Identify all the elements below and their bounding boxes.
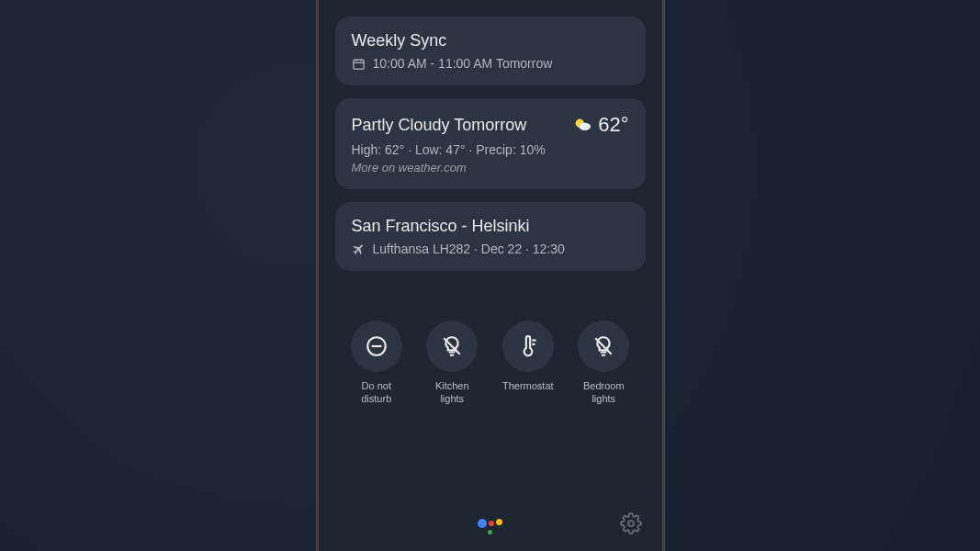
calendar-sub: 10:00 AM - 11:00 AM Tomorrow — [352, 56, 629, 71]
calendar-card[interactable]: Weekly Sync 10:00 AM - 11:00 AM Tomorrow — [335, 17, 646, 85]
google-assistant-icon[interactable] — [478, 519, 503, 534]
flight-sub: Lufthansa LH282 · Dec 22 · 12:30 — [352, 242, 629, 256]
calendar-title: Weekly Sync — [352, 31, 629, 51]
weather-more-link[interactable]: More on weather.com — [352, 161, 629, 174]
weather-header: Partly Cloudy Tomorrow 62° — [352, 113, 629, 137]
weather-card[interactable]: Partly Cloudy Tomorrow 62° High: 62° · L… — [335, 98, 646, 189]
kitchen-lights-control[interactable]: Kitchen lights — [420, 320, 484, 406]
weather-title: Partly Cloudy Tomorrow — [352, 116, 527, 135]
phone-content: Weekly Sync 10:00 AM - 11:00 AM Tomorrow… — [319, 0, 662, 406]
calendar-time: 10:00 AM - 11:00 AM Tomorrow — [373, 56, 553, 71]
dnd-control[interactable]: Do not disturb — [344, 320, 409, 406]
quick-controls-row: Do not disturb Kitchen lights — [335, 320, 646, 406]
lightbulb-off-icon — [591, 334, 615, 358]
dnd-icon — [365, 334, 389, 358]
flight-detail: Lufthansa LH282 · Dec 22 · 12:30 — [373, 242, 565, 256]
weather-temp-group: 62° — [572, 113, 628, 137]
calendar-icon — [352, 57, 366, 71]
weather-temp: 62° — [598, 113, 628, 137]
flight-card[interactable]: San Francisco - Helsinki Lufthansa LH282… — [335, 202, 646, 271]
weather-detail: High: 62° · Low: 47° · Precip: 10% — [352, 142, 629, 157]
bedroom-lights-control[interactable]: Bedroom lights — [571, 320, 636, 406]
thermostat-icon — [516, 334, 540, 358]
svg-point-12 — [628, 521, 634, 526]
flight-title: San Francisco - Helsinki — [352, 217, 629, 236]
thermostat-control[interactable]: Thermostat — [496, 320, 560, 406]
svg-rect-0 — [353, 60, 363, 69]
phone-frame: Weekly Sync 10:00 AM - 11:00 AM Tomorrow… — [316, 0, 665, 551]
settings-icon[interactable] — [620, 512, 642, 534]
airplane-icon — [352, 242, 366, 256]
lightbulb-off-icon — [440, 334, 464, 358]
partly-cloudy-icon — [572, 115, 592, 135]
svg-point-5 — [580, 123, 591, 130]
